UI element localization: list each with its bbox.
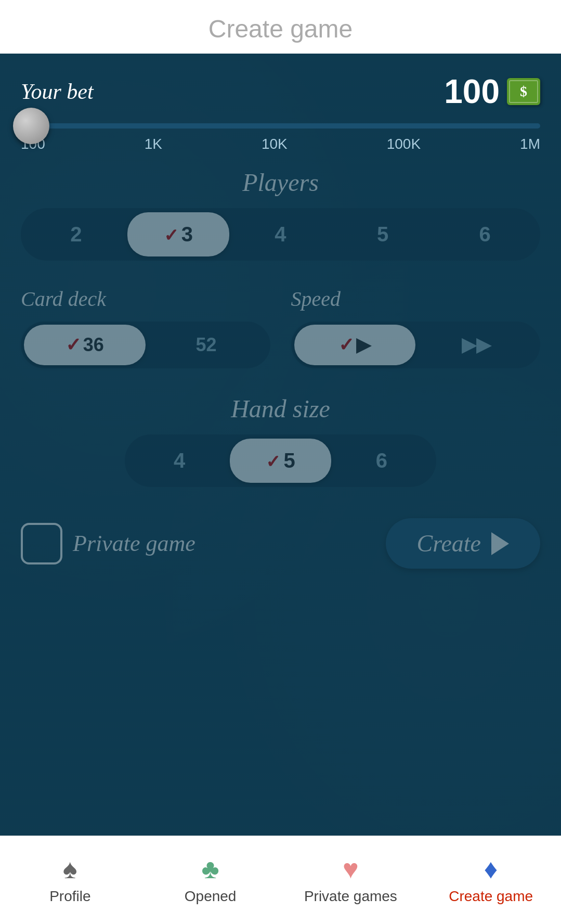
speed-option-group: ✓▶ ▶▶ [291,322,541,368]
hand-btn-5[interactable]: ✓5 [230,439,331,483]
hand-btn-4[interactable]: 4 [129,439,230,483]
slider-label-10k: 10K [262,136,288,152]
slider-thumb[interactable] [13,108,49,144]
bet-amount-wrap: 100 [444,72,540,111]
nav-label-create-game: Create game [449,888,533,905]
card-deck-section: Card deck ✓36 52 [21,287,270,368]
heart-icon: ♥ [343,856,359,883]
create-button[interactable]: Create [386,518,541,569]
card-deck-title: Card deck [21,287,270,311]
private-game-label: Private game [73,530,195,557]
play-icon [491,532,509,555]
players-btn-2[interactable]: 2 [25,212,127,256]
nav-label-profile: Profile [49,888,90,905]
players-btn-3[interactable]: ✓3 [127,212,230,256]
check-mark-hand: ✓ [266,452,280,471]
nav-item-create-game[interactable]: ♦ Create game [421,851,561,910]
players-section: Players 2 ✓3 4 5 6 [21,168,540,261]
players-option-group: 2 ✓3 4 5 6 [21,208,540,261]
hand-size-option-group: 4 ✓5 6 [125,434,436,487]
slider-track [21,123,540,129]
bottom-row: Private game Create [21,518,540,569]
nav-item-profile[interactable]: ♠ Profile [0,851,140,910]
slider-labels: 100 1K 10K 100K 1M [21,136,540,152]
bottom-nav: ♠ Profile ♣ Opened ♥ Private games ♦ Cre… [0,836,561,924]
club-icon: ♣ [202,856,219,883]
check-mark-36: ✓ [66,334,81,355]
hand-size-section: Hand size 4 ✓5 6 [21,394,540,487]
slider-label-1k: 1K [145,136,162,152]
bet-section: Your bet 100 100 1K 10K 100K 1M [21,72,540,152]
nav-label-opened: Opened [185,888,237,905]
players-btn-6[interactable]: 6 [434,212,536,256]
players-title: Players [21,168,540,197]
speed-section: Speed ✓▶ ▶▶ [291,287,541,368]
money-icon [507,78,540,105]
speed-title: Speed [291,287,541,311]
speed-btn-normal[interactable]: ✓▶ [294,325,416,365]
slider-label-100k: 100K [387,136,421,152]
private-wrap: Private game [21,523,195,564]
nav-item-opened[interactable]: ♣ Opened [140,851,281,910]
bet-slider[interactable] [21,123,540,129]
nav-item-private-games[interactable]: ♥ Private games [281,851,421,910]
private-game-checkbox[interactable] [21,523,62,564]
create-button-label: Create [417,530,481,557]
players-btn-5[interactable]: 5 [332,212,434,256]
bet-label: Your bet [21,79,94,104]
players-btn-4[interactable]: 4 [229,212,332,256]
header: Create game [0,0,561,54]
page-title: Create game [208,15,353,43]
spade-icon: ♠ [63,856,77,883]
slider-label-1m: 1M [520,136,540,152]
card-speed-row: Card deck ✓36 52 Speed ✓▶ ▶▶ [21,287,540,368]
bet-row: Your bet 100 [21,72,540,111]
bet-amount: 100 [444,72,500,111]
check-mark-3: ✓ [164,225,178,245]
card-deck-btn-52[interactable]: 52 [146,325,267,365]
hand-btn-6[interactable]: 6 [331,439,432,483]
speed-btn-fast[interactable]: ▶▶ [415,325,537,365]
card-deck-option-group: ✓36 52 [21,322,270,368]
nav-label-private-games: Private games [304,888,397,905]
card-deck-btn-36[interactable]: ✓36 [24,325,146,365]
diamond-icon: ♦ [484,856,498,883]
hand-size-title: Hand size [21,394,540,423]
check-mark-speed: ✓ [338,334,354,355]
main-content: Your bet 100 100 1K 10K 100K 1M Players … [0,54,561,836]
